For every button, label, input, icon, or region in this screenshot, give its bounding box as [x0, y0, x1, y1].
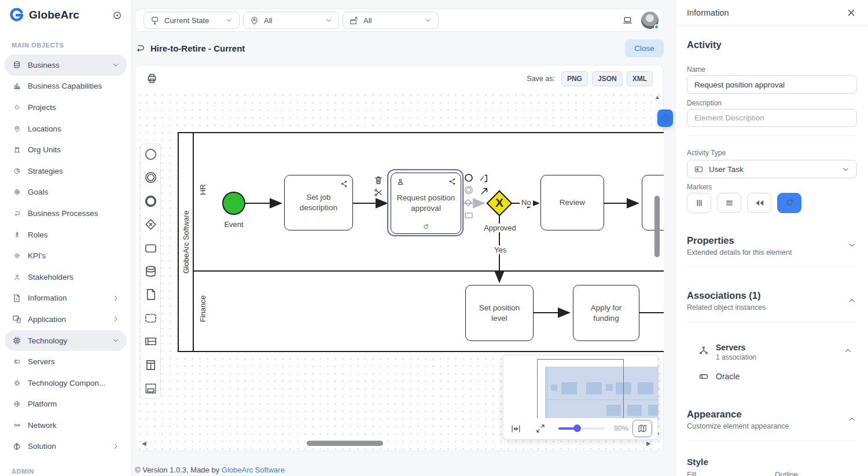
scroll-up-arrow[interactable]: ▲ [654, 94, 660, 100]
minimap-toggle-button[interactable] [632, 420, 652, 437]
task-clipped-right[interactable] [642, 175, 664, 230]
brand-name: GlobeArc [29, 9, 112, 21]
sidebar-item-label: Information [28, 294, 112, 302]
palette-participant-shape[interactable] [144, 382, 157, 395]
sidebar-item-servers[interactable]: Servers [5, 351, 127, 372]
export-png-button[interactable]: PNG [561, 71, 588, 86]
palette-data-store-shape[interactable] [144, 265, 157, 278]
palette-task-shape[interactable] [144, 241, 157, 255]
sidebar-item-locations[interactable]: Locations [5, 118, 127, 140]
palette-start-event-shape[interactable] [144, 148, 157, 161]
sidebar-item-technology[interactable]: Technology [5, 330, 127, 351]
scroll-right-arrow[interactable]: ▶ [646, 441, 651, 446]
sidebar-item-business-processes[interactable]: Business Processes [5, 203, 127, 224]
sidebar-item-business[interactable]: Business [5, 54, 127, 76]
pad-gateway-icon[interactable] [463, 197, 473, 208]
save-as-label: Save as: [527, 75, 555, 83]
export-xml-button[interactable]: XML [627, 71, 653, 86]
palette-gateway-shape[interactable] [144, 218, 157, 231]
servers-collapse-icon[interactable] [844, 346, 852, 355]
start-event-node[interactable] [222, 192, 245, 215]
sidebar-item-label: Application [28, 315, 112, 324]
sidebar-item-business-capabilities[interactable]: Business Capabilities [5, 76, 127, 97]
zoom-slider-knob[interactable] [573, 424, 581, 432]
laptop-icon[interactable] [622, 15, 633, 26]
vertical-scrollbar-thumb[interactable] [654, 196, 660, 257]
user-avatar[interactable] [641, 12, 659, 29]
pad-circle-icon[interactable] [464, 173, 474, 183]
name-input[interactable] [687, 75, 857, 94]
horizontal-scrollbar-thumb[interactable] [307, 441, 383, 446]
marker-parallel-marker-button[interactable] [687, 193, 711, 213]
pad-task-icon[interactable] [464, 210, 474, 221]
fit-width-icon[interactable] [510, 423, 521, 434]
chevron-down-icon [841, 165, 850, 174]
task-label: Set job description [289, 192, 348, 213]
properties-collapse-icon[interactable] [847, 240, 856, 250]
chevron-down-icon [112, 61, 120, 69]
sidebar-item-org-units[interactable]: Org Units [5, 139, 127, 160]
sidebar-item-roles[interactable]: Roles [5, 224, 127, 246]
share-icon[interactable] [340, 180, 348, 188]
task-set-position-level[interactable]: Set position level [465, 285, 534, 341]
sidebar-item-platform[interactable]: Platform [5, 394, 127, 415]
sidebar-item-application[interactable]: Application [5, 309, 127, 330]
sidebar-item-network[interactable]: Network [5, 415, 127, 436]
association-item-oracle[interactable]: Oracle [698, 371, 740, 382]
task-apply-for-funding[interactable]: Apply for funding [573, 285, 639, 341]
sidebar-item-stakeholders[interactable]: Stakeholders [5, 266, 127, 288]
sidebar-item-strategies[interactable]: Strategies [5, 160, 127, 182]
cut-element-icon[interactable] [373, 188, 383, 197]
scroll-left-arrow[interactable]: ◀ [142, 441, 146, 446]
chevron-down-icon [325, 16, 333, 24]
associations-collapse-icon[interactable] [847, 296, 856, 305]
sidebar-item-kpi-s[interactable]: KPI's [5, 245, 127, 266]
state-filter-dropdown[interactable]: Current State [144, 12, 240, 29]
palette-intermediate-event-shape[interactable] [144, 171, 157, 184]
task-request-position-approval[interactable]: Request position approval [391, 173, 461, 234]
close-panel-icon[interactable] [846, 8, 856, 18]
pad-arrow-icon[interactable] [479, 186, 490, 196]
sidebar-item-information[interactable]: Information [5, 288, 127, 309]
palette-pool-horizontal-shape[interactable] [144, 335, 157, 348]
expand-icon[interactable] [535, 423, 546, 434]
sidebar-item-projects[interactable]: Projects [5, 97, 127, 118]
globearc-software-link[interactable]: GlobeArc Software [222, 466, 285, 474]
sidebar-collapse-icon[interactable] [112, 10, 122, 20]
share-icon[interactable] [448, 177, 457, 186]
location-filter-value: All [264, 16, 325, 25]
factory-icon [349, 16, 359, 25]
association-group-servers[interactable]: Servers 1 association [698, 343, 855, 361]
user-task-icon [396, 177, 405, 186]
task-set-job-description[interactable]: Set job description [284, 175, 353, 230]
export-json-button[interactable]: JSON [592, 71, 623, 86]
print-icon[interactable] [146, 72, 158, 85]
sidebar-item-solution[interactable]: Solution [5, 436, 127, 457]
sidebar-item-goals[interactable]: Goals [5, 182, 127, 203]
coins-icon [12, 60, 22, 69]
close-button[interactable]: Close [625, 39, 664, 57]
marker-sequential-marker-button[interactable] [717, 193, 741, 213]
pad-double-circle-icon[interactable] [464, 185, 474, 195]
palette-data-object-shape[interactable] [144, 288, 157, 301]
edge-label-yes: Yes [492, 246, 508, 254]
export-buttons: PNGJSONXML [561, 71, 653, 86]
marker-compensation-marker-button[interactable] [747, 193, 771, 213]
palette-sub-process-shape[interactable] [144, 312, 157, 325]
zoom-slider[interactable] [558, 427, 605, 430]
pad-annotation-icon[interactable] [479, 173, 489, 184]
appearance-collapse-icon[interactable] [847, 415, 856, 424]
org-filter-dropdown[interactable]: All [343, 12, 439, 29]
delete-element-icon[interactable] [373, 175, 384, 185]
diagram-canvas[interactable]: GlobeArc Software HR Finance [136, 91, 664, 451]
description-input[interactable] [687, 109, 857, 127]
info-panel-tab[interactable] [657, 109, 673, 127]
location-filter-dropdown[interactable]: All [243, 12, 339, 29]
sidebar-item-technology-compon[interactable]: Technology Compon... [5, 372, 127, 394]
activity-type-select[interactable]: User Task [687, 160, 857, 178]
task-review[interactable]: Review [540, 175, 604, 230]
palette-pool-vertical-shape[interactable] [144, 358, 157, 372]
palette-end-event-shape[interactable] [144, 195, 157, 208]
platform-icon [12, 400, 22, 408]
marker-loop-marker-button[interactable] [777, 193, 801, 213]
